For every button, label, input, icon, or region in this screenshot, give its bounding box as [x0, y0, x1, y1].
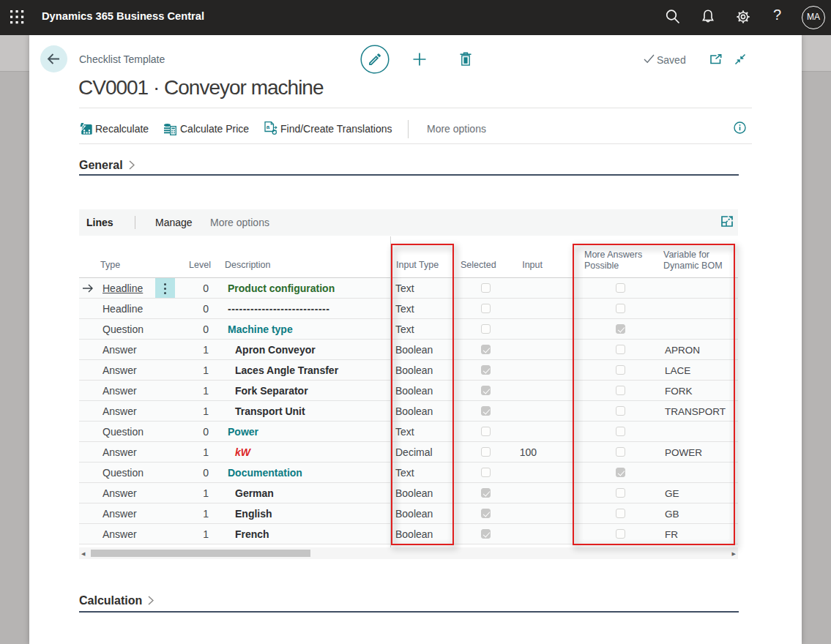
svg-text:a: a — [267, 124, 270, 130]
